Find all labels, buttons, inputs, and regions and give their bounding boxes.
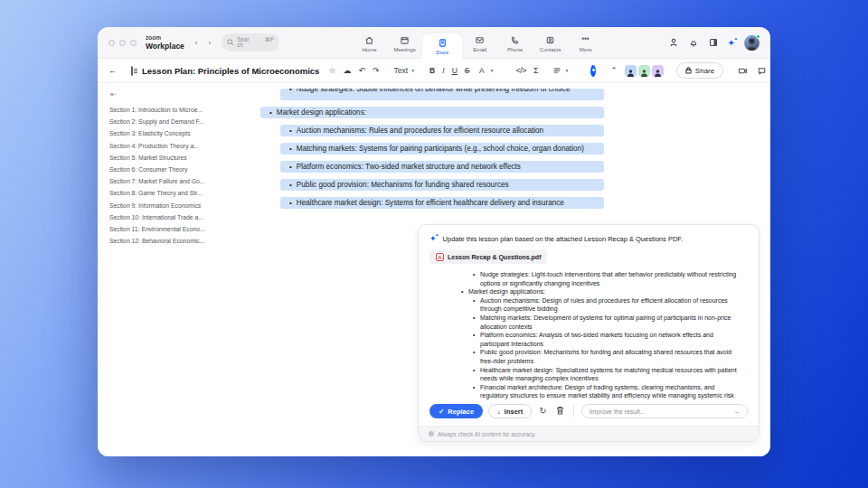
ai-response-item: Platform economics: Analysis of two-side… (473, 331, 742, 348)
doc-bullet-row[interactable]: •Public good provision: Mechanisms for f… (280, 179, 604, 191)
collaborator-avatar[interactable] (625, 65, 637, 77)
ai-companion-button[interactable]: ✦ (590, 65, 596, 77)
sidebar-section-item[interactable]: Section 2: Supply and Demand F... (109, 116, 250, 127)
text-style-dropdown[interactable]: Text ▼ (394, 66, 416, 75)
insert-arrow-icon: ↓ (497, 408, 501, 416)
assistant-icon[interactable] (668, 37, 679, 48)
titlebar-right-icons: ✦ (668, 35, 760, 51)
sidebar-section-item[interactable]: Section 12: Behavioral Economic... (109, 235, 250, 247)
sidebar-section-item[interactable]: Section 6: Consumer Theory (109, 164, 250, 175)
doc-bullet-text: Platform economics: Two-sided market str… (297, 163, 521, 171)
regenerate-button[interactable]: ↻ (537, 407, 548, 416)
notifications-bell-icon[interactable] (688, 37, 699, 48)
side-panel-toggle-icon[interactable] (708, 37, 719, 48)
video-camera-icon[interactable] (738, 66, 748, 76)
sidebar-section-item[interactable]: Section 8: Game Theory and Str... (109, 187, 250, 199)
logo-workplace-text: Workplace (146, 42, 184, 51)
collaborator-avatar[interactable] (652, 65, 664, 77)
nav-back-icon[interactable]: ‹ (195, 39, 198, 47)
doc-bullet-row[interactable]: •Market design applications: (260, 107, 604, 118)
phone-icon (510, 35, 520, 45)
italic-button[interactable]: I (442, 66, 444, 75)
document-icon (131, 66, 133, 76)
tab-more[interactable]: More (568, 29, 603, 59)
app-window: zoom Workplace ‹ › Search ⌘F Home Meetin… (98, 27, 770, 456)
search-shortcut: ⌘F (265, 36, 274, 42)
ai-response-item: Financial market architecture: Design of… (473, 383, 742, 399)
ai-response-item: Public good provision: Mechanisms for fu… (473, 348, 742, 365)
minimize-window-button[interactable] (119, 40, 126, 46)
logo-zoom-text: zoom (146, 35, 184, 42)
underline-button[interactable]: U (452, 66, 458, 75)
maximize-window-button[interactable] (130, 40, 137, 46)
tab-docs[interactable]: Docs (422, 33, 462, 60)
doc-bullet-row[interactable]: •Platform economics: Two-sided market st… (280, 161, 604, 173)
trash-icon (556, 406, 564, 415)
search-placeholder: Search (237, 37, 250, 49)
chat-bubble-icon[interactable] (757, 66, 767, 76)
more-dots-icon (580, 35, 590, 45)
ai-disclaimer-bar: Always check AI content for accuracy. (419, 426, 759, 441)
undo-icon[interactable]: ↶ (358, 67, 365, 75)
bullet-icon: • (289, 181, 292, 189)
check-icon: ✓ (439, 408, 444, 416)
doc-title: Lesson Plan: Principles of Microeconomic… (142, 66, 319, 76)
pdf-icon: A (436, 253, 444, 261)
redo-icon[interactable]: ↷ (373, 67, 380, 75)
nav-forward-icon[interactable]: › (209, 39, 212, 47)
doc-bullet-row[interactable]: •Matching markets: Systems for pairing p… (280, 143, 604, 155)
attachment-chip[interactable]: A Lesson Recap & Questions.pdf (429, 250, 547, 264)
user-avatar[interactable] (744, 35, 760, 51)
insert-button[interactable]: ↓ Insert (488, 404, 532, 418)
ai-disclaimer-text: Always check AI content for accuracy. (438, 431, 536, 437)
home-icon (364, 35, 374, 45)
sidebar-section-item[interactable]: Section 9: Information Economics (109, 200, 250, 211)
sidebar-section-item[interactable]: Section 10: International Trade a... (109, 211, 250, 223)
improve-result-input[interactable] (590, 408, 729, 415)
tab-contacts[interactable]: Contacts (533, 29, 568, 59)
doc-canvas[interactable]: •Nudge strategies: Subtle influences on … (253, 83, 770, 456)
tab-meetings[interactable]: Meetings (387, 29, 422, 59)
doc-bullet-row[interactable]: •Auction mechanisms: Rules and procedure… (280, 125, 604, 136)
collapse-toolbar-icon[interactable]: ⌃ (610, 67, 618, 75)
search-input[interactable]: Search ⌘F (222, 33, 279, 52)
sidebar-section-item[interactable]: Section 3: Elasticity Concepts (109, 127, 250, 139)
ai-companion-icon[interactable]: ✦ (728, 38, 735, 48)
tab-home[interactable]: Home (352, 29, 387, 59)
favorite-star-icon[interactable]: ☆ (328, 67, 335, 75)
chevron-down-icon: ▼ (410, 68, 415, 73)
tab-phone[interactable]: Phone (497, 29, 533, 59)
collaborator-avatars (625, 65, 664, 77)
window-controls (108, 40, 137, 46)
ai-sparkle-icon: ✦ (429, 234, 437, 243)
send-icon[interactable]: → (732, 408, 740, 416)
delete-button[interactable] (554, 406, 566, 417)
strikethrough-button[interactable]: S (465, 66, 470, 75)
tab-email[interactable]: Email (462, 29, 497, 59)
collapse-sidebar-icon[interactable]: ⇤ (110, 90, 250, 99)
doc-bullet-text: Public good provision: Mechanisms for fu… (297, 181, 509, 189)
refresh-icon: ↻ (539, 406, 546, 416)
chevron-down-icon: ▼ (564, 68, 569, 73)
sidebar-section-item[interactable]: Section 4: Production Theory a... (109, 140, 250, 152)
sidebar-section-item[interactable]: Section 1: Introduction to Microe... (109, 104, 250, 116)
sidebar-section-item[interactable]: Section 11: Environmental Econo... (109, 223, 250, 235)
code-icon[interactable]: </> (515, 67, 526, 75)
back-icon[interactable]: ← (108, 67, 117, 75)
font-color-dropdown[interactable]: A ▼ (476, 66, 494, 75)
replace-button[interactable]: ✓ Replace (429, 404, 483, 418)
collaborator-avatar[interactable] (638, 65, 650, 77)
formula-icon[interactable]: Σ (533, 67, 539, 75)
contacts-icon (545, 35, 555, 45)
share-button[interactable]: Share (676, 62, 723, 79)
sidebar-section-item[interactable]: Section 7: Market Failure and Go... (109, 175, 250, 187)
titlebar: zoom Workplace ‹ › Search ⌘F Home Meetin… (98, 27, 770, 59)
list-format-dropdown[interactable]: ▼ (552, 66, 569, 75)
docs-icon (438, 38, 448, 48)
doc-bullet-row[interactable]: •Nudge strategies: Subtle influences on … (280, 89, 604, 100)
sidebar-section-item[interactable]: Section 5: Market Structures (109, 152, 250, 164)
close-window-button[interactable] (108, 40, 115, 46)
bold-button[interactable]: B (429, 66, 435, 75)
doc-bullet-row[interactable]: •Healthcare market design: Systems for e… (280, 197, 604, 209)
app-tabs: Home Meetings Docs Email Phone Contacts (352, 27, 603, 59)
